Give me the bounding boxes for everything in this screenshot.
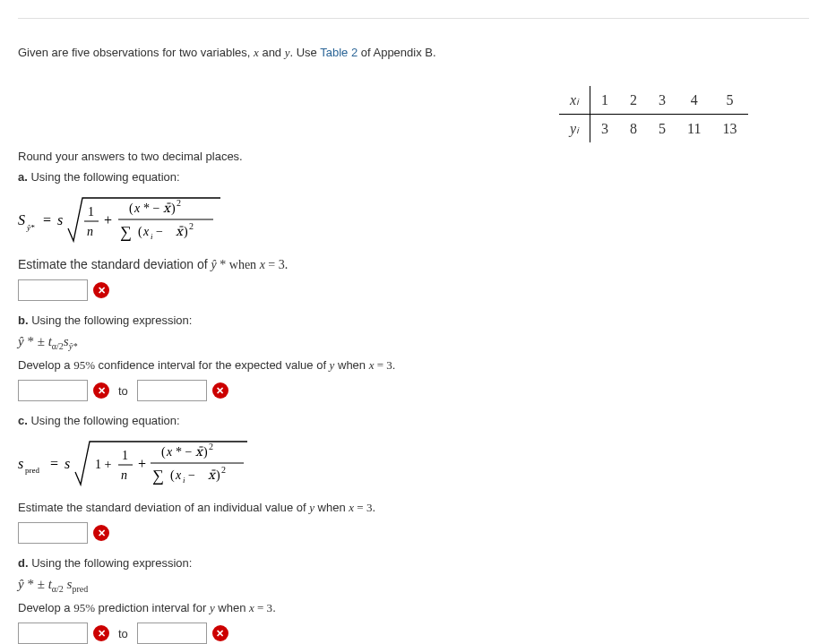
wrong-icon: ✕ (93, 525, 109, 541)
svg-text:n: n (121, 468, 127, 482)
part-d-answer-row: ✕ to ✕ (18, 623, 809, 644)
svg-text:x: x (166, 445, 173, 459)
svg-text:s: s (18, 456, 23, 471)
intro-prefix: Given are five observations for two vari… (18, 46, 254, 59)
formula-a-svg: S ŷ* = s 1 n + ( x * − x̄ ) 2 ∑ ( x i − … (18, 191, 224, 248)
part-c-input[interactable] (18, 522, 88, 544)
table2-link[interactable]: Table 2 (320, 46, 358, 59)
part-d-text: Using the following expression: (29, 556, 193, 570)
svg-text:2: 2 (189, 221, 194, 231)
table-cell: 1 (590, 86, 620, 115)
part-d-expr: ŷ * ± tα/2 spred (18, 577, 809, 594)
svg-text:(: ( (170, 468, 175, 483)
wrong-icon: ✕ (93, 625, 109, 641)
yi-label: yᵢ (559, 115, 590, 143)
part-b-expr: ŷ * ± tα/2sŷ* (18, 334, 809, 351)
part-a-answer-row: ✕ (18, 279, 809, 301)
svg-text:): ) (171, 202, 176, 216)
table-cell: 8 (619, 115, 648, 143)
svg-text:∑: ∑ (152, 467, 164, 485)
table-cell: 5 (712, 86, 748, 115)
svg-text:(: ( (161, 445, 166, 459)
wrong-icon: ✕ (93, 382, 109, 399)
svg-text:* −: * − (143, 202, 160, 215)
svg-text:pred: pred (25, 466, 39, 475)
part-d-label: d. (18, 556, 29, 570)
part-b-develop: Develop a 95% confidence interval for th… (18, 358, 809, 373)
svg-text:−: − (188, 468, 195, 482)
round-note: Round your answers to two decimal places… (18, 150, 809, 163)
svg-text:1: 1 (122, 449, 128, 462)
svg-text:2: 2 (209, 442, 213, 451)
formula-c-svg: s pred = s 1 + 1 n + ( x * − x̄ ) 2 ∑ ( … (18, 434, 251, 492)
svg-text:(: ( (138, 225, 142, 239)
part-d-heading: d. Using the following expression: (18, 556, 809, 570)
wrong-icon: ✕ (212, 625, 228, 641)
xi-label: xᵢ (559, 86, 590, 115)
svg-text:∑: ∑ (120, 223, 132, 241)
intro-text: Given are five observations for two vari… (18, 46, 809, 60)
table-row: yᵢ 3 8 5 11 13 (559, 115, 748, 143)
part-d-input-high[interactable] (137, 623, 207, 644)
svg-text:i: i (183, 476, 185, 485)
table-cell: 5 (648, 115, 676, 143)
svg-text:x: x (134, 202, 141, 215)
table-row: xᵢ 1 2 3 4 5 (559, 86, 748, 115)
svg-text:=: = (50, 456, 58, 471)
svg-text:): ) (203, 445, 208, 459)
svg-text:): ) (184, 225, 188, 239)
part-b-input-high[interactable] (137, 380, 207, 401)
svg-text:−: − (156, 225, 163, 238)
svg-text:n: n (87, 225, 93, 238)
svg-text:): ) (216, 468, 220, 483)
part-a-heading: a. Using the following equation: (18, 170, 809, 184)
svg-text:+: + (104, 212, 112, 228)
svg-text:S: S (18, 212, 25, 228)
wrong-icon: ✕ (212, 382, 228, 399)
svg-text:* −: * − (176, 445, 193, 459)
table-cell: 11 (676, 115, 711, 143)
to-text: to (115, 384, 132, 398)
part-c-label: c. (18, 414, 28, 427)
svg-text:1 +: 1 + (95, 458, 112, 471)
svg-text:=: = (43, 212, 51, 228)
svg-text:1: 1 (88, 205, 94, 219)
to-text: to (115, 627, 132, 640)
part-b-heading: b. Using the following expression: (18, 313, 809, 327)
svg-text:2: 2 (221, 465, 226, 475)
part-c-text: Using the following equation: (28, 414, 180, 427)
part-c-answer-row: ✕ (18, 522, 809, 544)
intro-suffix: of Appendix B. (358, 46, 435, 59)
svg-text:x: x (142, 225, 150, 238)
part-c-estimate: Estimate the standard deviation of an in… (18, 501, 809, 515)
part-a-estimate: Estimate the standard deviation of ŷ * w… (18, 257, 809, 272)
part-c-heading: c. Using the following equation: (18, 414, 809, 427)
svg-text:ŷ*: ŷ* (26, 223, 35, 232)
part-b-input-low[interactable] (18, 380, 88, 401)
part-a-input[interactable] (18, 279, 88, 301)
svg-text:+: + (138, 456, 146, 471)
svg-text:i: i (151, 232, 153, 241)
intro-vars: x (254, 46, 259, 59)
svg-text:x: x (175, 468, 182, 482)
part-b-label: b. (18, 313, 29, 327)
table-cell: 2 (619, 86, 648, 115)
part-d-input-low[interactable] (18, 623, 88, 644)
part-d-develop: Develop a 95% prediction interval for y … (18, 601, 809, 615)
wrong-icon: ✕ (93, 282, 109, 298)
part-b-answer-row: ✕ to ✕ (18, 380, 809, 401)
data-table: xᵢ 1 2 3 4 5 yᵢ 3 8 5 11 13 (559, 86, 748, 142)
svg-text:s: s (57, 212, 63, 228)
svg-text:s: s (65, 456, 70, 471)
table-cell: 4 (676, 86, 711, 115)
table-cell: 13 (712, 115, 748, 143)
svg-text:(: ( (129, 202, 134, 216)
table-cell: 3 (590, 115, 620, 143)
intro-mid: . Use (290, 46, 321, 59)
svg-text:2: 2 (177, 198, 181, 208)
part-a-label: a. (18, 170, 28, 184)
table-cell: 3 (648, 86, 676, 115)
divider-top (18, 18, 809, 19)
part-a-text: Using the following equation: (28, 170, 180, 184)
part-b-text: Using the following expression: (29, 313, 193, 327)
